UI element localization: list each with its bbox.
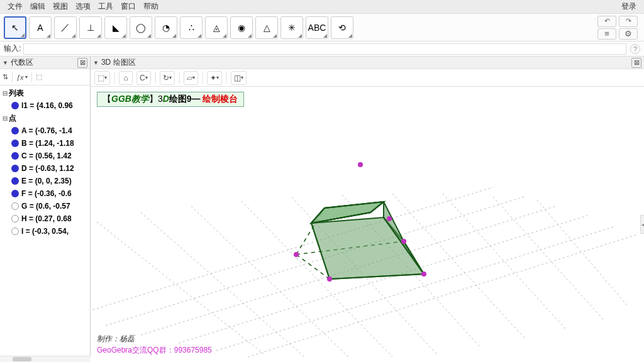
visibility-bullet[interactable]	[11, 190, 19, 197]
view3d-title: 3D 绘图区	[101, 57, 136, 68]
algebra-title: 代数区	[11, 57, 33, 68]
view3d-panel: ▼ 3D 绘图区 ⊠ ⬚▾ ⌂ C▾ ↻▾ ▱▾ ✦▾ ◫▾	[91, 57, 644, 362]
svg-point-36	[421, 272, 426, 277]
tree-item[interactable]: B = (1.24, -1.18	[0, 137, 90, 150]
view3d-header[interactable]: ▼ 3D 绘图区 ⊠	[91, 57, 644, 69]
svg-line-14	[537, 200, 628, 307]
home-button[interactable]: ⌂	[119, 71, 133, 85]
settings-button[interactable]: ⚙	[619, 28, 638, 40]
fx-toggle[interactable]: ƒx▾	[16, 74, 28, 81]
circle-axis-tool[interactable]: ◯	[130, 16, 152, 39]
input-bar: 输入: ?	[0, 41, 644, 57]
point-tool[interactable]: A	[29, 16, 52, 39]
view3d-close-button[interactable]: ⊠	[631, 58, 641, 68]
reflect-tool[interactable]: ✳	[280, 16, 303, 39]
tree-item[interactable]: l1 = {4.16, 0.96	[0, 99, 90, 112]
menubar: 文件 编辑 视图 选项 工具 窗口 帮助 登录	[0, 0, 644, 14]
svg-point-40	[358, 162, 363, 167]
projection-button[interactable]: ✦▾	[207, 71, 222, 85]
sphere-tool[interactable]: ◉	[230, 16, 253, 39]
algebra-toolbar: ⇅ ƒx▾ ⬚	[0, 69, 90, 85]
tree-item[interactable]: I = (-0.3, 0.54,	[0, 225, 90, 238]
algebra-header[interactable]: ▼ 代数区 ⊠	[0, 57, 90, 69]
svg-point-39	[387, 216, 392, 221]
collapse-icon: ▼	[3, 60, 8, 66]
svg-point-35	[327, 277, 332, 282]
input-help-button[interactable]: ?	[630, 44, 640, 54]
menu-options[interactable]: 选项	[72, 1, 94, 12]
menu-help[interactable]: 帮助	[140, 1, 162, 12]
side-panel-handle[interactable]: ◂	[640, 215, 644, 234]
plane-tool[interactable]: ◬	[205, 16, 228, 39]
clip-button[interactable]: ▱▾	[184, 71, 198, 85]
algebra-panel: ▼ 代数区 ⊠ ⇅ ƒx▾ ⬚ ⊟列表l1 = {4.16, 0.96⊟点A =…	[0, 57, 91, 362]
menu-tools[interactable]: 工具	[94, 1, 117, 12]
visibility-bullet[interactable]	[11, 165, 19, 172]
tree-item[interactable]: A = (-0.76, -1.4	[0, 124, 90, 137]
tree-group[interactable]: ⊟点	[0, 112, 90, 124]
tree-item[interactable]: D = (-0.63, 1.12	[0, 162, 90, 175]
snap-button[interactable]: C▾	[136, 71, 151, 85]
tree-item[interactable]: H = (0.27, 0.68	[0, 212, 90, 225]
collapse-icon: ▼	[93, 60, 99, 66]
visibility-bullet[interactable]	[11, 127, 19, 134]
svg-point-38	[294, 252, 299, 257]
orthogonal-tool[interactable]: ⊥	[79, 16, 102, 39]
properties-button[interactable]: ≡	[597, 28, 616, 40]
redo-button[interactable]: ↷	[619, 16, 638, 27]
visibility-bullet[interactable]	[11, 215, 19, 222]
scene-title: 【GGB教学】3D绘图9— 绘制棱台	[97, 92, 244, 107]
svg-line-6	[141, 212, 304, 357]
tree-group[interactable]: ⊟列表	[0, 87, 90, 99]
svg-line-3	[106, 197, 525, 326]
visibility-bullet[interactable]	[11, 228, 19, 235]
svg-line-12	[443, 194, 565, 329]
author-label: 制作：杨磊	[97, 334, 135, 344]
visibility-bullet[interactable]	[11, 177, 19, 185]
intersect-tool[interactable]: ∴	[180, 16, 203, 39]
scene-svg	[91, 87, 644, 357]
angle-tool[interactable]: △	[255, 16, 278, 39]
visibility-bullet[interactable]	[11, 202, 19, 210]
tree-item[interactable]: C = (0.56, 1.42	[0, 150, 90, 162]
command-input[interactable]	[23, 43, 626, 55]
tree-item[interactable]: G = (0.6, -0.57	[0, 200, 90, 212]
svg-line-4	[91, 187, 493, 316]
visibility-bullet[interactable]	[11, 140, 19, 147]
visibility-bullet[interactable]	[11, 102, 19, 109]
qq-label: GeoGebra交流QQ群：993675985	[97, 345, 212, 356]
menu-window[interactable]: 窗口	[117, 1, 140, 12]
axes-toggle[interactable]: ⬚▾	[94, 71, 110, 85]
text-tool[interactable]: ABC	[306, 16, 328, 39]
sort-toggle[interactable]: ⇅	[3, 73, 8, 81]
svg-line-5	[248, 234, 638, 357]
menu-file[interactable]: 文件	[4, 1, 26, 12]
algebra-tree: ⊟列表l1 = {4.16, 0.96⊟点A = (-0.76, -1.4B =…	[0, 85, 90, 362]
tree-item[interactable]: E = (0, 0, 2.35)	[0, 175, 90, 187]
move-tool[interactable]: ↖	[4, 16, 26, 39]
login-link[interactable]: 登录	[618, 1, 640, 12]
undo-button[interactable]: ↶	[597, 16, 616, 27]
ellipse-tool[interactable]: ◔	[155, 16, 177, 39]
tree-item[interactable]: F = (-0.36, -0.6	[0, 187, 90, 200]
view3d-toolbar: ⬚▾ ⌂ C▾ ↻▾ ▱▾ ✦▾ ◫▾	[91, 69, 644, 87]
menu-edit[interactable]: 编辑	[26, 1, 49, 12]
main-toolbar: ↖A／⊥◣◯◔∴◬◉△✳ABC⟲ ↶ ↷ ≡ ⚙	[0, 14, 644, 41]
input-label: 输入:	[4, 43, 21, 54]
line-tool[interactable]: ／	[54, 16, 77, 39]
canvas-3d[interactable]: 【GGB教学】3D绘图9— 绘制棱台 制作：杨磊 GeoGebra交流QQ群：9…	[91, 87, 644, 362]
rotate-button[interactable]: ↻▾	[160, 71, 175, 85]
rotate-view-tool[interactable]: ⟲	[331, 16, 353, 39]
menu-view[interactable]: 视图	[49, 1, 72, 12]
visibility-bullet[interactable]	[11, 152, 19, 160]
box-button[interactable]: ◫▾	[231, 71, 247, 85]
polygon-tool[interactable]: ◣	[104, 16, 127, 39]
algebra-close-button[interactable]: ⊠	[77, 58, 87, 68]
svg-point-37	[401, 239, 406, 244]
aux-toggle[interactable]: ⬚	[36, 73, 42, 81]
